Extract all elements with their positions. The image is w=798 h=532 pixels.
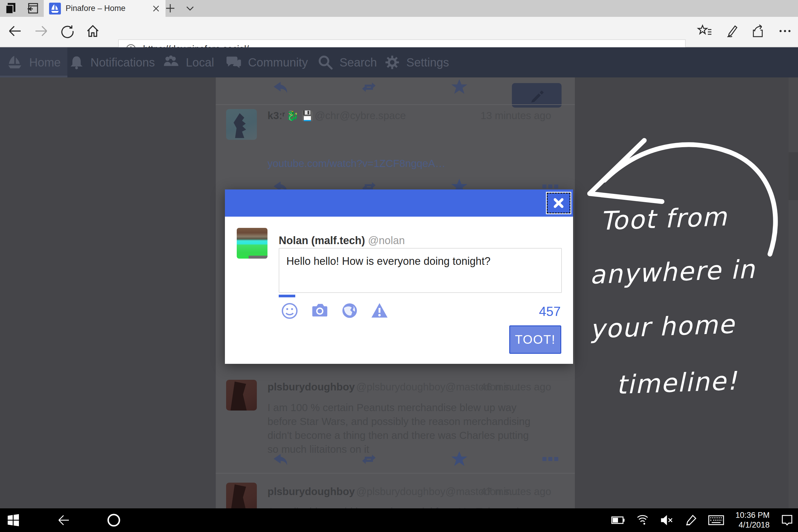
nav-label: Notifications (91, 56, 155, 69)
nav-item-search[interactable]: Search (313, 47, 381, 77)
composer-identity: Nolan (malf.tech) @nolan (279, 234, 405, 247)
tab-preview-button[interactable] (3, 0, 19, 17)
home-icon (85, 23, 100, 39)
media-upload-button[interactable] (311, 302, 328, 320)
action-center-icon[interactable] (781, 514, 793, 526)
new-tab-button[interactable] (162, 0, 178, 17)
post-display-name[interactable]: k3ːʳ (267, 110, 285, 121)
clock-date: 4/1/2018 (735, 520, 770, 530)
boost-icon[interactable] (361, 79, 377, 95)
back-button[interactable] (6, 23, 23, 39)
browser-tab[interactable]: Pinafore – Home (44, 0, 166, 17)
battery-icon[interactable] (611, 516, 625, 525)
share-button[interactable] (750, 23, 767, 39)
nav-label: Local (186, 56, 214, 69)
composer-handle: @nolan (368, 234, 405, 247)
post-k3[interactable]: k3ːʳ 🐉 💾 @chr@cybre.space 13 minutes ago… (216, 104, 575, 190)
avatar[interactable] (226, 109, 257, 140)
nav-item-home[interactable]: Home (0, 47, 68, 77)
post-timestamp[interactable]: 46 minutes ago (480, 381, 551, 393)
emoji-picker-button[interactable] (281, 302, 298, 320)
length-progress-bar (279, 294, 295, 297)
set-tabs-aside-button[interactable] (24, 0, 40, 17)
dialog-header (225, 189, 573, 217)
nav-label: Community (248, 56, 308, 69)
bell-icon (69, 54, 84, 70)
more-options-icon[interactable] (542, 184, 559, 190)
compose-toolbar (281, 302, 388, 320)
favorites-hub-button[interactable] (696, 23, 713, 39)
post-header: k3ːʳ 🐉 💾 @chr@cybre.space 13 minutes ago (267, 110, 563, 123)
avatar[interactable] (226, 483, 257, 508)
post-timestamp[interactable]: 47 minutes ago (480, 486, 551, 497)
character-count: 457 (539, 304, 560, 319)
post-plsburydoughboy-1[interactable]: plsburydoughboy @plsburydoughboy@mastodo… (216, 375, 575, 472)
content-warning-button[interactable] (371, 302, 388, 320)
post-timestamp[interactable]: 13 minutes ago (480, 110, 551, 121)
refresh-button[interactable] (59, 23, 76, 39)
post-body: I am 100 % certain Peanuts merchandise b… (267, 400, 536, 456)
post-body-link[interactable]: youtube.com/watch?v=1ZCF8ngqeA… (267, 157, 445, 169)
settings-more-button[interactable] (777, 23, 793, 39)
post-privacy-button[interactable] (341, 302, 358, 320)
taskbar-back-button[interactable] (50, 508, 77, 532)
close-button-focus-ring (546, 192, 571, 214)
close-dialog-button[interactable] (547, 193, 570, 213)
nav-item-settings[interactable]: Settings (381, 47, 452, 77)
windows-logo-icon (7, 514, 19, 526)
toot-button[interactable]: TOOT! (509, 325, 561, 354)
annotation-text-line4: timeline! (616, 366, 738, 400)
post-display-name[interactable]: plsburydoughboy (267, 486, 355, 497)
windows-taskbar: 10:36 PM 4/1/2018 (0, 508, 798, 532)
reply-icon[interactable] (270, 451, 288, 468)
people-icon (163, 55, 179, 70)
post-header: plsburydoughboy @plsburydoughboy@mastodo… (267, 486, 563, 499)
clock-time: 10:36 PM (735, 510, 770, 520)
post-plsburydoughboy-2[interactable]: plsburydoughboy @plsburydoughboy@mastodo… (216, 477, 575, 508)
back-arrow-icon (7, 23, 22, 39)
start-button[interactable] (0, 508, 26, 532)
nav-item-community[interactable]: Community (220, 47, 313, 77)
stacked-windows-icon (5, 2, 18, 15)
wifi-icon[interactable] (636, 515, 649, 526)
more-options-icon[interactable] (542, 456, 559, 462)
cortana-button[interactable] (100, 508, 127, 532)
post-divider (216, 473, 575, 474)
post-header: plsburydoughboy @plsburydoughboy@mastodo… (267, 381, 563, 394)
avatar[interactable] (226, 380, 257, 411)
post-display-name[interactable]: plsburydoughboy (267, 381, 355, 393)
boost-icon[interactable] (361, 451, 377, 467)
taskbar-clock[interactable]: 10:36 PM 4/1/2018 (735, 510, 770, 530)
tab-list-button[interactable] (182, 0, 198, 17)
annotation-text-line2: anywhere in (589, 254, 756, 290)
compose-fab-button[interactable] (512, 83, 562, 108)
compose-textarea[interactable]: Hello hello! How is everyone doing tonig… (279, 248, 562, 293)
browser-tab-bar: Pinafore – Home (0, 0, 798, 17)
nav-label: Home (29, 56, 61, 69)
pinafore-nav-bar: Home Notifications Local Community Searc… (0, 47, 798, 77)
reply-icon[interactable] (270, 79, 288, 96)
home-button[interactable] (84, 23, 101, 39)
sailboat-icon (7, 54, 23, 70)
composer-avatar[interactable] (237, 228, 267, 259)
volume-muted-icon[interactable] (660, 515, 674, 526)
refresh-icon (60, 23, 75, 39)
tab-close-button[interactable] (152, 4, 160, 13)
forward-button[interactable] (33, 23, 50, 39)
more-dots-icon (777, 23, 793, 39)
nav-label: Settings (406, 56, 449, 69)
close-icon (552, 197, 565, 209)
tab-title: Pinafore – Home (65, 4, 147, 13)
star-icon[interactable] (451, 450, 468, 467)
nav-item-local[interactable]: Local (157, 47, 220, 77)
hub-star-icon (697, 23, 712, 39)
touch-keyboard-icon[interactable] (708, 515, 724, 526)
nav-item-notifications[interactable]: Notifications (68, 47, 157, 77)
nav-label: Search (340, 56, 377, 69)
cortana-circle-icon (107, 513, 121, 528)
pen-tray-icon[interactable] (685, 514, 697, 526)
post-handle[interactable]: @chr@cybre.space (315, 110, 406, 121)
post-body: Actually this would be good material for… (267, 505, 536, 508)
star-icon[interactable] (451, 78, 468, 95)
web-note-button[interactable] (723, 23, 740, 39)
